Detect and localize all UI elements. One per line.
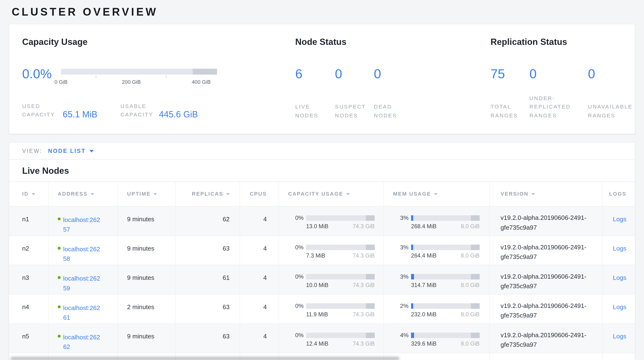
node-address-link[interactable]: localhost:26257 [63,215,102,234]
node-logs-cell: Logs [602,207,636,235]
table-row: n2 localhost:26258 9 minutes 63 4 0% 7.3… [9,236,635,265]
node-address-link[interactable]: localhost:26262 [63,333,102,351]
cluster-summary-card: Capacity Usage 0.0% 0 GiB 200 GiB 400 Gi… [9,24,636,134]
capacity-used-value: 13.0 MiB [306,223,328,229]
memory-percent: 3% [393,215,409,221]
node-cpus: 4 [263,274,267,281]
node-version: v19.2.0-alpha.20190606-2491-gfe735c9a97 [500,272,601,291]
view-mode-dropdown[interactable]: NODE LIST [48,148,94,154]
node-capacity-cell: 0% 10.0 MiB 74.3 GiB [279,265,384,294]
live-status-dot-icon [58,247,60,250]
unavailable-ranges-count: 0 [588,67,595,82]
node-version-cell: v19.2.0-alpha.20190606-2491-gfe735c9a97 [490,324,602,352]
node-address-cell: localhost:26261 [48,294,118,323]
column-header-id[interactable]: ID [9,182,48,206]
column-header-label: REPLICAS [192,191,223,197]
memory-usage-bar [411,332,480,338]
node-address-link[interactable]: localhost:26259 [63,274,102,293]
sort-desc-icon [226,193,230,195]
sort-desc-icon [346,193,350,195]
table-row: n5 localhost:26262 9 minutes 63 4 0% 12.… [9,324,635,353]
memory-used-segment [411,274,414,279]
dead-nodes-stat: 0 DEAD NODES [374,67,381,120]
node-replicas: 63 [222,245,230,252]
column-header-capacity-usage[interactable]: CAPACITY USAGE [279,182,384,206]
node-cpus-cell: 4 [240,324,279,352]
column-header-label: CAPACITY USAGE [288,191,343,197]
node-memory-cell: 3% 264.4 MiB 8.0 GiB [384,236,490,265]
memory-total-value: 8.0 GiB [461,311,480,317]
unavailable-ranges-label: UNAVAILABLE RANGES [588,103,635,120]
cluster-overview-page: CLUSTER OVERVIEW Capacity Usage 0.0% 0 G… [0,0,644,360]
node-status-title: Node Status [295,37,346,47]
capacity-usage-bar [306,332,375,338]
memory-used-value: 268.4 MiB [411,223,436,229]
live-nodes-label: LIVE NODES [295,103,319,120]
logs-link[interactable]: Logs [613,303,626,311]
capacity-reserved-segment [193,69,217,74]
axis-label: 200 GiB [122,79,141,85]
capacity-reserved-segment [366,244,375,250]
column-header-version[interactable]: VERSION [490,182,602,206]
memory-percent: 4% [393,332,409,338]
logs-link[interactable]: Logs [613,245,626,252]
node-version: v19.2.0-alpha.20190606-2491-gfe735c9a97 [500,213,601,232]
capacity-usage-title: Capacity Usage [22,37,88,47]
memory-reserved-segment [471,303,480,309]
used-capacity-stat: USED CAPACITY 65.1 MiB [22,102,98,119]
node-memory-cell: 4% 329.6 MiB 8.0 GiB [384,324,490,352]
node-cpus-cell: 4 [240,294,279,323]
node-replicas-cell: 63 [176,294,240,323]
used-capacity-value: 65.1 MiB [63,109,98,119]
node-memory-cell: 3% 268.4 MiB 8.0 GiB [384,207,490,235]
column-header-mem-usage[interactable]: MEM USAGE [384,182,490,206]
usable-capacity-stat: USABLE CAPACITY 445.6 GiB [120,102,198,119]
capacity-used-percent: 0.0% [22,67,52,82]
logs-link[interactable]: Logs [613,274,626,281]
capacity-total-value: 74.3 GiB [353,253,375,259]
node-address-link[interactable]: localhost:26258 [63,245,102,264]
node-replicas-cell: 63 [176,236,240,265]
column-header-label: ADDRESS [58,191,88,197]
column-header-uptime[interactable]: UPTIME [118,182,176,206]
total-ranges-count: 75 [490,67,505,82]
node-capacity-cell: 0% 12.4 MiB 74.3 GiB [279,324,384,352]
used-capacity-label: USED CAPACITY [22,102,58,119]
sort-desc-icon [90,193,94,195]
node-uptime-cell: 2 minutes [118,294,176,323]
capacity-usage-bar [61,69,217,74]
capacity-percent: 0% [288,332,304,338]
node-uptime: 2 minutes [127,303,154,311]
logs-link[interactable]: Logs [613,215,626,223]
column-header-replicas[interactable]: REPLICAS [176,182,240,206]
node-version-cell: v19.2.0-alpha.20190606-2491-gfe735c9a97 [490,236,602,265]
capacity-usage-bar [306,303,375,309]
dead-nodes-label: DEAD NODES [374,103,398,120]
capacity-reserved-segment [366,274,375,279]
memory-usage-bar [411,215,480,221]
column-header-address[interactable]: ADDRESS [48,182,118,206]
node-logs-cell: Logs [602,236,636,265]
live-status-dot-icon [58,305,60,308]
logs-link[interactable]: Logs [613,333,626,340]
memory-total-value: 8.0 GiB [461,282,480,288]
node-cpus-cell: 4 [240,236,279,265]
live-nodes-stat: 6 LIVE NODES [295,67,302,120]
node-address-link[interactable]: localhost:26261 [63,303,102,322]
live-nodes-count: 6 [295,67,302,82]
live-status-dot-icon [58,335,60,338]
capacity-total-value: 74.3 GiB [353,311,375,317]
column-header-cpus[interactable]: CPUS [240,182,279,206]
view-label: VIEW: [22,148,42,154]
table-row: n4 localhost:26261 2 minutes 63 4 0% 11.… [9,294,635,324]
node-replicas-cell: 62 [176,207,240,235]
node-replicas: 61 [222,274,230,281]
node-version-cell: v19.2.0-alpha.20190606-2491-gfe735c9a97 [490,294,602,323]
node-id-cell: n3 [9,265,48,294]
capacity-used-value: 10.0 MiB [306,282,328,288]
replication-status-title: Replication Status [490,37,567,47]
axis-tick [96,75,96,78]
sort-desc-icon [32,193,35,195]
node-logs-cell: Logs [602,265,636,294]
node-cpus-cell: 4 [240,265,279,294]
